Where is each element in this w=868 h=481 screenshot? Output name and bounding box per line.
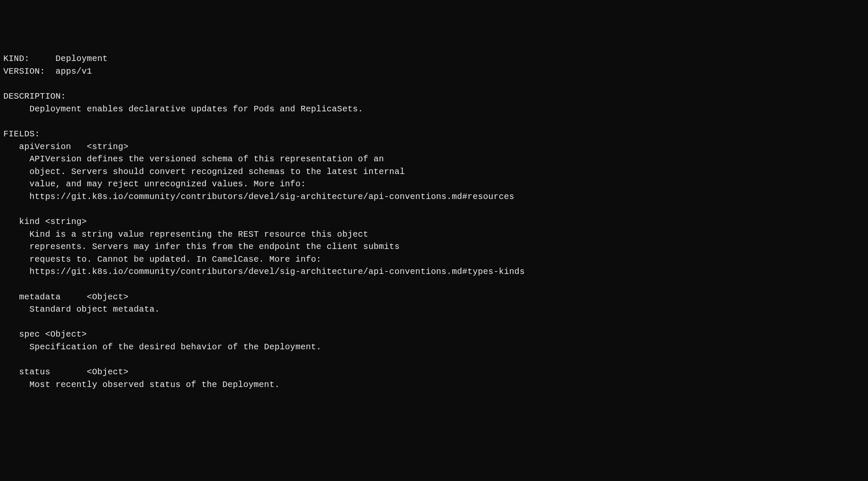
field-apiversion-name: apiVersion <string> (3, 142, 128, 152)
kind-line: KIND: Deployment (3, 54, 108, 64)
description-text: Deployment enables declarative updates f… (3, 104, 363, 114)
description-label: DESCRIPTION: (3, 91, 66, 101)
field-status-name: status <Object> (3, 367, 128, 377)
version-value: apps/v1 (56, 66, 92, 76)
field-kind-name: kind <string> (3, 217, 87, 227)
field-status-desc-line: Most recently observed status of the Dep… (3, 380, 280, 390)
terminal-output: KIND: Deployment VERSION: apps/v1 DESCRI… (3, 53, 865, 391)
field-kind-desc-line: https://git.k8s.io/community/contributor… (3, 267, 525, 276)
field-kind-desc-line: Kind is a string value representing the … (3, 229, 368, 239)
field-apiversion-desc-line: https://git.k8s.io/community/contributor… (3, 192, 515, 202)
field-apiversion-desc-line: value, and may reject unrecognized value… (3, 179, 306, 189)
field-metadata-desc-line: Standard object metadata. (3, 304, 160, 314)
field-kind-desc-line: requests to. Cannot be updated. In Camel… (3, 254, 321, 264)
field-spec-desc-line: Specification of the desired behavior of… (3, 342, 321, 352)
field-kind-desc-line: represents. Servers may infer this from … (3, 242, 400, 252)
field-apiversion-desc-line: object. Servers should convert recognize… (3, 167, 405, 177)
field-metadata-name: metadata <Object> (3, 292, 128, 302)
field-apiversion-desc-line: APIVersion defines the versioned schema … (3, 154, 384, 164)
kind-label: KIND: (3, 54, 56, 64)
version-line: VERSION: apps/v1 (3, 66, 92, 76)
kind-value: Deployment (56, 54, 108, 64)
version-label: VERSION: (3, 66, 56, 76)
fields-label: FIELDS: (3, 129, 40, 139)
field-spec-name: spec <Object> (3, 329, 87, 339)
